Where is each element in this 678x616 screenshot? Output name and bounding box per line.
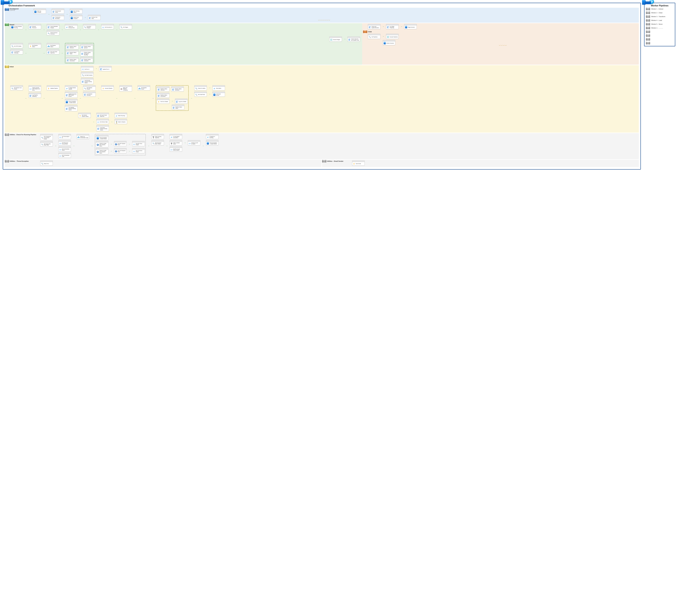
activity-get-pipe-params[interactable]: 🔍Get Pipeline Params (83, 85, 96, 90)
activity-execute-stages[interactable]: Execute Stages (329, 36, 342, 42)
activity-ps-inprog[interactable]: Pipeline Status InProgress Running (80, 50, 93, 56)
activity-get-error-details[interactable]: Get Error Details (157, 99, 170, 104)
activity-log-exec-func-fail[interactable]: Log Execute Function Activity Failure (81, 78, 93, 84)
activity-ps-cancelled[interactable]: Pipeline Status Cancelled (80, 57, 93, 62)
activity-execute-precursor[interactable]: Execute Precursor (29, 24, 41, 29)
activity-switch-orch-type[interactable]: Switch For Orchestrator Type (77, 134, 89, 139)
activity-capture-worker-array[interactable]: (x)Capture Worker Core Detail as an Arra… (29, 85, 41, 91)
activity-set-orch-name[interactable]: (x)Set Orchestrator Name (59, 146, 71, 152)
activity-get-adf-runs[interactable]: Get ADF Pipeline Runs (114, 141, 126, 146)
activity-get-stages[interactable]: 🔍Get Stages (119, 24, 132, 29)
activity-wait-if-running[interactable]: ⇄Wait If Running (115, 113, 127, 118)
activity-ps-queued[interactable]: Pipeline Status Queued (80, 44, 93, 49)
activity-framework-bootstrap[interactable]: Framework Bootstrap (52, 15, 64, 20)
activity-get-framework-orch[interactable]: 🔍Get Framework Orchestrator Details (40, 134, 53, 140)
activity-log-pipe-checking[interactable]: Log Pipeline Checking (10, 49, 23, 54)
activity-scale-down[interactable]: Scale Down Compute (70, 15, 82, 20)
activity-wait-until-complete[interactable]: Wait Until Pipeline Completes (119, 85, 132, 91)
activity-check-valid-syn[interactable]: Check for Valid SYN Pipeline Name (96, 148, 108, 154)
activity-execution-wrapper[interactable]: 🔍Execution Wrapper (83, 24, 96, 29)
activity-throw-invalid-worker[interactable]: Throw Exception – Invalid Worker (65, 99, 77, 104)
activity-get-worker-core[interactable]: 🔍Get Worker Core Details (10, 85, 23, 90)
activity-ps-succeeded2[interactable]: Pipeline Status Succeeded (157, 92, 170, 98)
activity-get-wait-duration[interactable]: 🔍Get Wait Duration (81, 72, 93, 77)
activity-log-check-func-fail[interactable]: Log Check Function Activity Failure (97, 125, 109, 131)
activity-env-setup[interactable]: Environment Setup (52, 8, 64, 14)
activity-get-query-days[interactable]: 🔍Get Query Run Days Value (40, 141, 53, 146)
activity-set-worker-state[interactable]: (x)Set Worker State (97, 119, 109, 124)
activity-raise-error[interactable]: 🔍Raise Error (40, 160, 53, 166)
lane-grandparent: Grandparent (Optional) Scale Up Compute … (5, 8, 639, 23)
status-case-group: Pipeline Status Unknown Pipeline Status … (65, 43, 94, 63)
activity-scale-up[interactable]: Scale Up Compute (34, 8, 46, 14)
activity-log-stage-prep[interactable]: Log Stage Preparing (386, 24, 399, 29)
activity-send-email[interactable]: Send Email (352, 160, 365, 166)
activity-set-adf-runs-out[interactable]: (x)Set ADF Runs Output (132, 141, 145, 146)
activity-set-run-id[interactable]: (x)Set Run Id (81, 66, 93, 71)
pipe-icon (5, 160, 9, 162)
activity-if-pipeline-running[interactable]: ⇄If Pipeline Is Running (206, 134, 219, 139)
activity-ps-failed[interactable]: Pipeline Status Failed (66, 50, 78, 55)
activity-get-syn-runs[interactable]: Get SYN Pipeline Runs (114, 148, 126, 153)
worker-item[interactable]: Worker 3 - Transform (646, 15, 673, 18)
activity-check-prev-exec[interactable]: 🔍Check Previous Execution (47, 30, 59, 35)
activity-filter-running[interactable]: Filter Running Pipelines (151, 134, 164, 139)
activity-cleanup-prev-run[interactable]: ⇄Clean Up Previous Run (65, 24, 77, 29)
activity-get-spn[interactable]: 🔍Get SPN Details (10, 43, 23, 48)
activity-check-valid-adf[interactable]: Check for Valid ADF Pipeline Name (96, 141, 108, 147)
activity-set-last-check[interactable]: Set Last Check DateTime (47, 49, 59, 54)
activity-send-alerts[interactable]: ⇄Send Alerts (213, 85, 225, 90)
activity-worker-executor[interactable]: Worker Executor (383, 40, 395, 45)
activity-get-worker-pipe-status[interactable]: Get Worker Pipeline Status (78, 113, 91, 118)
activity-archive-cold[interactable]: Archive Cold Data (88, 15, 101, 20)
worker-item[interactable]: Worker 1 - Extract (646, 8, 673, 10)
activity-wait-for-pipeline[interactable]: ⌛Wait for Pipeline (115, 119, 127, 124)
activity-throw-invalid-worker2[interactable]: Throw Exception – Invalid Worker (96, 135, 108, 140)
activity-ps-succeeded[interactable]: Pipeline Status Succeeded (66, 57, 78, 62)
activity-filter-batch-name[interactable]: Filter for Batch Name (170, 140, 182, 145)
activity-get-email-parts[interactable]: 🔍Get Email Parts (194, 91, 207, 97)
activity-set-syn-runs-out[interactable]: (x)Set SYN Runs Output (132, 148, 145, 153)
activity-throw-invalid-worker3[interactable]: Throw Exception – Invalid Worker (206, 140, 219, 145)
pipe-icon (646, 15, 650, 18)
activity-validate-pipeline[interactable]: Validate Pipeline (47, 85, 59, 90)
activity-log-pipe-validating[interactable]: Log Pipeline Validating (29, 92, 41, 98)
activity-ps-failed2[interactable]: Pipeline Status Failed (172, 105, 184, 110)
worker-item[interactable]: Worker 5 - Serve (646, 23, 673, 25)
activity-set-subscription-id[interactable]: (x)Set Subscription Id (59, 134, 71, 139)
activity-log-error-details[interactable]: Log Error Details (175, 99, 188, 104)
activity-call-email-sender[interactable]: Call Email Sender (213, 91, 225, 97)
activity-set-pipe-result[interactable]: Set Pipeline Result (138, 85, 150, 90)
activity-get-pipelines[interactable]: 🔍Get Pipelines (368, 34, 380, 39)
activity-check-outcome[interactable]: Check Outcome and Update Logs (347, 36, 360, 42)
activity-ps-cancelled2[interactable]: Pipeline Status Cancelled (171, 86, 184, 91)
activity-set-orch-type[interactable]: (x)Set Orchestrator Type (59, 153, 71, 158)
activity-execute-pipelines[interactable]: Execute Pipelines (386, 34, 399, 39)
activity-if-using-batch[interactable]: ⇄If Using Batch Executions (170, 134, 182, 139)
worker-item[interactable]: Worker 4 - Load (646, 19, 673, 22)
activity-execute-pipeline[interactable]: Execute Pipeline (101, 85, 114, 90)
activity-set-exec-id[interactable]: (x)Set Execution Id (101, 24, 114, 29)
activity-get-exec-batch-status[interactable]: 🔍Get Execution Batch Status (151, 140, 164, 145)
activity-log-pipe-running[interactable]: Log Pipeline Running (83, 91, 96, 97)
activity-check-for-alerts[interactable]: 🔍Check For Alerts (194, 85, 207, 90)
activity-set-rg-name[interactable]: (x)Set Resource Group Name (59, 140, 71, 145)
activity-ps-unknown2[interactable]: Pipeline Status Unknown (157, 86, 170, 91)
activity-set-pipe-status[interactable]: Set Pipeline Status (47, 43, 59, 48)
activity-stage-executor[interactable]: Stage Executor (404, 24, 417, 29)
activity-set-run-count-batch[interactable]: (x)Set Run Count for Batch (188, 140, 200, 145)
activity-update-run-id[interactable]: Update Run Id (99, 66, 112, 71)
activity-is-target-worker-valid[interactable]: ⇄Is Target Worker Validate (65, 85, 77, 90)
activity-update-exec-invalid[interactable]: Update Execution With Invalid Worker (65, 91, 77, 98)
pipe-icon (646, 23, 650, 25)
activity-check-blockers[interactable]: Check and Update Blockers (368, 24, 380, 29)
activity-set-last-check-dt2[interactable]: Set Last Check DateTime (97, 113, 109, 118)
activity-get-pipe-status[interactable]: Get Pipeline Status (29, 43, 41, 48)
activity-sync-serving[interactable]: Sync Serving Layers (70, 8, 82, 14)
worker-item[interactable]: Worker n - ……… (646, 27, 673, 29)
activity-ps-unknown[interactable]: Pipeline Status Unknown (66, 44, 78, 49)
activity-check-metadata[interactable]: Check Metadata Integrity (47, 24, 59, 29)
worker-item[interactable]: Worker 2 - Clean (646, 11, 673, 14)
activity-log-validate-func-fail[interactable]: Log Validate Function Activity Failure (65, 105, 77, 111)
activity-set-run-count-nobatch[interactable]: (x)Set Run Count Without Batch (170, 146, 182, 152)
